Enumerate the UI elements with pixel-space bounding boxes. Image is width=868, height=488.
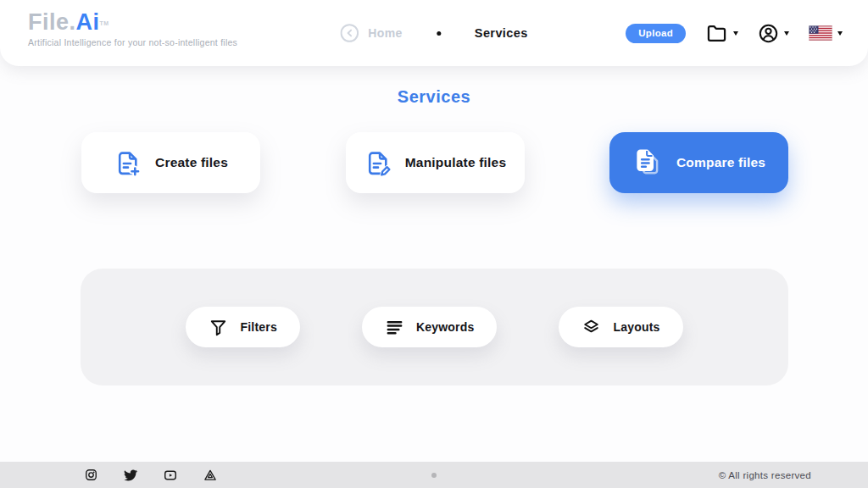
layers-icon <box>581 318 601 337</box>
keywords-button[interactable]: Keywords <box>362 307 498 347</box>
footer-center-dot <box>431 473 437 478</box>
account-menu-button[interactable] <box>758 23 789 44</box>
trademark-mark: TM <box>100 20 109 26</box>
brand-logo[interactable]: File.AiTM Artificial Intelligence for yo… <box>28 9 237 47</box>
brand-tagline: Artificial Intelligence for your not-so-… <box>28 37 237 47</box>
service-card-label: Manipulate files <box>405 155 506 170</box>
brand-name-primary: File. <box>28 9 76 35</box>
footer: © All rights reserved <box>0 462 868 488</box>
copyright-text: © All rights reserved <box>719 470 811 480</box>
layouts-button[interactable]: Layouts <box>559 307 682 347</box>
drive-icon[interactable] <box>203 469 217 482</box>
nav-home-label: Home <box>368 26 403 40</box>
service-cards-row: Create files Manipulate files Compare fi… <box>81 132 788 193</box>
us-flag-icon <box>809 25 832 41</box>
tool-button-label: Keywords <box>416 320 475 334</box>
brand-name-accent: Ai <box>76 9 100 35</box>
file-edit-icon <box>364 149 392 177</box>
twitter-icon[interactable] <box>124 469 137 482</box>
filters-button[interactable]: Filters <box>186 307 299 347</box>
file-plus-icon <box>114 149 142 177</box>
brand-name: File.AiTM <box>28 9 237 35</box>
service-card-label: Compare files <box>676 155 765 170</box>
language-menu-button[interactable] <box>809 25 843 41</box>
back-arrow-icon <box>340 24 359 42</box>
compare-files-card[interactable]: Compare files <box>609 132 788 193</box>
file-compare-icon <box>632 147 663 178</box>
folder-icon <box>705 22 728 45</box>
youtube-icon[interactable] <box>164 469 177 482</box>
service-card-label: Create files <box>155 155 228 170</box>
chevron-down-icon <box>837 31 843 36</box>
main-nav: Home Services <box>340 0 527 66</box>
chevron-down-icon <box>733 31 738 36</box>
text-lines-icon <box>385 318 404 337</box>
chevron-down-icon <box>784 31 789 36</box>
upload-button[interactable]: Upload <box>626 24 686 43</box>
nav-home-link[interactable]: Home <box>340 24 403 42</box>
header-controls: Upload <box>626 0 843 66</box>
manipulate-files-card[interactable]: Manipulate files <box>346 132 525 193</box>
tools-panel: Filters Keywords Layouts <box>81 269 788 385</box>
nav-services-link[interactable]: Services <box>475 26 528 40</box>
user-icon <box>758 23 779 44</box>
tool-button-label: Layouts <box>613 320 659 334</box>
funnel-icon <box>209 318 228 337</box>
page-title: Services <box>0 87 868 107</box>
instagram-icon[interactable] <box>85 469 97 481</box>
files-menu-button[interactable] <box>705 22 738 45</box>
header: File.AiTM Artificial Intelligence for yo… <box>0 0 868 66</box>
social-links <box>85 469 217 482</box>
create-files-card[interactable]: Create files <box>81 132 260 193</box>
nav-separator-dot <box>437 31 441 36</box>
tool-button-label: Filters <box>240 320 276 334</box>
